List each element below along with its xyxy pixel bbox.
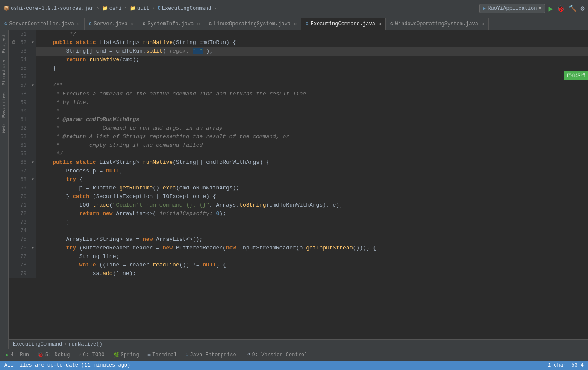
tab-icon-4: C [209,21,212,27]
fold-78[interactable] [30,261,36,269]
fold-60[interactable] [30,107,36,115]
fold-67[interactable] [30,167,36,175]
line-num-61: 61 [18,115,26,124]
line-content-66: public static List<String> runNative(Str… [36,158,588,167]
breadcrumb-folder-oshi[interactable]: 📁 oshi [102,6,122,12]
fold-58[interactable] [30,90,36,98]
line-content-55: } [36,64,588,73]
tab-icon-6: C [390,21,393,27]
fold-76[interactable]: ▾ [30,244,36,252]
bottom-tab-spring-label: Spring [121,352,139,358]
fold-53[interactable] [30,47,36,56]
breadcrumb-jar[interactable]: 📦 oshi-core-3.9.1-sources.jar [3,6,94,12]
bottom-tab-terminal-label: Terminal [152,352,177,358]
tab-linuxos[interactable]: C LinuxOperatingSystem.java ✕ [204,18,301,30]
table-row: 60 * [9,107,588,115]
line-num-55: 55 [18,64,26,73]
line-num-59: 59 [18,98,26,107]
line-num-62: 62 [18,124,26,133]
breadcrumb-folder-util[interactable]: 📁 util [130,6,150,12]
line-gutter-65: 65 [9,150,30,158]
fold-52[interactable]: ▾ [30,38,36,47]
bottom-tab-terminal[interactable]: ▭ Terminal [144,349,181,361]
run-button[interactable]: ▶ [549,4,553,13]
app-selector[interactable]: ▶ RuoYiApplication ▼ [479,4,545,13]
table-row: 62 * Command to run and args, in an arra… [9,124,588,133]
tab-systeminfo[interactable]: C SystemInfo.java ✕ [138,18,205,30]
fold-51[interactable] [30,30,36,38]
fold-61[interactable] [30,115,36,124]
bottom-tab-todo[interactable]: ✓ 6: TODO [74,349,109,361]
tab-close-4[interactable]: ✕ [379,21,381,27]
fold-72[interactable] [30,210,36,218]
settings-button[interactable]: ⚙ [580,4,585,13]
bottom-tab-spring[interactable]: 🌿 Spring [109,349,144,361]
build-button[interactable]: 🔨 [568,4,577,13]
line-num-57: 57 [18,81,26,90]
tab-windowsos[interactable]: C WindowsOperatingSystem.java ✕ [386,18,489,30]
line-gutter-74: 74 [9,227,30,235]
line-gutter-66: 66 [9,158,30,167]
code-editor[interactable]: 51 */ @ 52 ▾ public static List<String> … [9,30,588,339]
line-content-61: * @param cmdToRunWithArgs [36,115,588,124]
tab-close-3[interactable]: ✕ [294,21,297,27]
fold-55[interactable] [30,64,36,73]
fold-75[interactable] [30,235,36,244]
bottom-tab-java[interactable]: ☕ Java Enterprise [181,349,241,361]
table-row: 77 String line; [9,252,588,261]
status-left: All files are up-to-date (11 minutes ago… [4,362,130,368]
bottom-tab-run[interactable]: ▶ 4: Run [2,349,33,361]
debug-button[interactable]: 🐞 [556,4,565,13]
line-num-56: 56 [18,73,26,81]
status-char-count: 1 char [548,362,566,368]
status-bar: All files are up-to-date (11 minutes ago… [0,361,588,370]
table-row: 57 ▾ /** [9,81,588,90]
fold-59[interactable] [30,98,36,107]
tab-label-4: ExecutingCommand.java [311,21,375,27]
fold-69[interactable] [30,184,36,192]
tab-close-2[interactable]: ✕ [197,21,200,27]
table-row: 75 ArrayList<String> sa = new ArrayList<… [9,235,588,244]
tab-label-0: ServerController.java [9,21,74,27]
fold-68[interactable]: ▾ [30,175,36,184]
fold-57[interactable]: ▾ [30,81,36,90]
fold-71[interactable] [30,201,36,210]
line-gutter-68: 68 [9,175,30,184]
fold-62[interactable] [30,124,36,133]
line-gutter-71: 71 [9,201,30,210]
bottom-tab-vc[interactable]: ⎇ 9: Version Control [241,349,312,361]
tab-label-3: LinuxOperatingSystem.java [214,21,291,27]
bottom-tab-run-label: 4: Run [11,352,29,358]
tab-executingcommand[interactable]: C ExecutingCommand.java ✕ [301,18,386,30]
table-row: 66 ▾ public static List<String> runNativ… [9,158,588,167]
fold-77[interactable] [30,252,36,261]
fold-66[interactable]: ▾ [30,158,36,167]
fold-64[interactable] [30,141,36,150]
sidebar-item-structure[interactable]: Structure [0,56,8,89]
sidebar-item-project[interactable]: Project [0,30,8,56]
tab-label-2: SystemInfo.java [147,21,194,27]
bottom-tab-debug[interactable]: 🐞 5: Debug [33,349,74,361]
breadcrumb-class[interactable]: C ExecutingCommand [158,6,211,12]
tab-close-1[interactable]: ✕ [131,21,134,27]
line-num-70: 70 [18,192,26,201]
sidebar-item-web[interactable]: Web [0,121,8,136]
sidebar-item-favorites[interactable]: Favorites [0,89,8,121]
tab-servercontroller[interactable]: C ServerController.java ✕ [0,18,85,30]
fold-70[interactable] [30,192,36,201]
fold-63[interactable] [30,133,36,141]
fold-79[interactable] [30,269,36,278]
fold-54[interactable] [30,56,36,64]
tabs-bar: C ServerController.java ✕ C Server.java … [0,17,588,30]
fold-65[interactable] [30,150,36,158]
top-right-actions: ▶ RuoYiApplication ▼ ▶ 🐞 🔨 ⚙ [479,4,585,13]
tab-close-5[interactable]: ✕ [482,21,484,27]
line-content-67: Process p = null; [36,167,588,175]
app-icon: ▶ [483,6,486,11]
fold-74[interactable] [30,227,36,235]
tab-close-0[interactable]: ✕ [77,21,80,27]
fold-73[interactable] [30,218,36,227]
tab-server[interactable]: C Server.java ✕ [85,18,138,30]
line-gutter-61: 61 [9,115,30,124]
fold-56[interactable] [30,73,36,81]
